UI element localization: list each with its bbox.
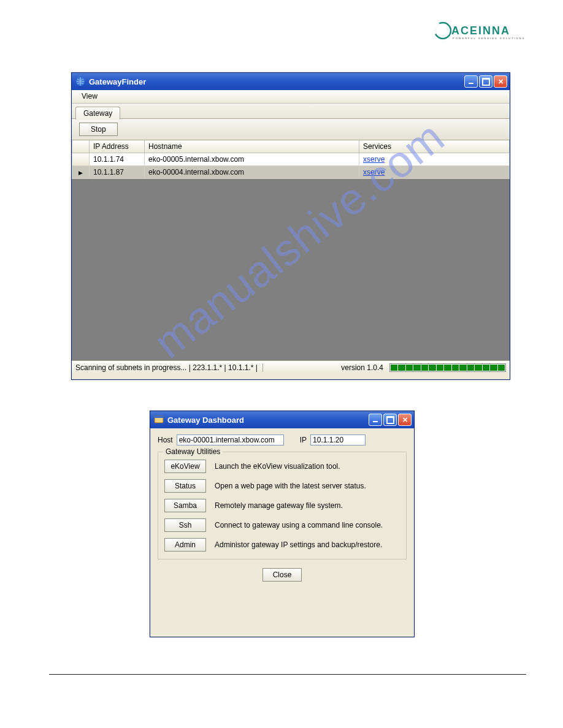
table-row[interactable]: 10.1.1.87 eko-00004.internal.xbow.com xs… [72,166,510,179]
close-button[interactable] [494,75,507,88]
host-label: Host [158,436,173,444]
maximize-button[interactable] [383,414,397,426]
app-icon [154,415,164,425]
maximize-button[interactable] [479,75,492,88]
cell-ip[interactable]: 10.1.1.87 [90,166,145,179]
version-text: version 1.0.4 [341,363,383,372]
close-button[interactable]: Close [262,568,302,582]
cell-hostname[interactable]: eko-00005.internal.xbow.com [145,153,359,166]
menubar: View [72,90,510,104]
row-indicator [72,153,90,166]
close-button[interactable] [398,414,412,426]
svg-rect-6 [155,416,163,418]
stop-button[interactable]: Stop [79,123,118,136]
tab-gateway[interactable]: Gateway [75,107,120,119]
svg-text:POWERFUL SENSING SOLUTIONS: POWERFUL SENSING SOLUTIONS [453,37,525,40]
cell-ip[interactable]: 10.1.1.74 [90,153,145,166]
statusbar: Scanning of subnets in progress... | 223… [72,360,510,374]
fieldset-legend: Gateway Utilities [163,447,223,456]
ip-label: IP [300,436,307,444]
globe-icon [75,77,85,86]
samba-button[interactable]: Samba [164,499,206,512]
service-link[interactable]: xserve [363,168,385,176]
gateway-dashboard-window: Gateway Dashboard Host IP Gateway Utilit… [150,411,415,637]
admin-desc: Administor gateway IP settings and backu… [215,540,382,549]
titlebar[interactable]: Gateway Dashboard [150,411,414,428]
admin-button[interactable]: Admin [164,538,206,552]
ekoview-button[interactable]: eKoView [164,460,206,473]
col-services[interactable]: Services [359,140,510,153]
minimize-button[interactable] [464,75,478,88]
service-link[interactable]: xserve [363,155,385,164]
status-button[interactable]: Status [164,479,206,493]
row-indicator [72,166,90,179]
cell-hostname[interactable]: eko-00004.internal.xbow.com [145,166,359,179]
status-desc: Open a web page with the latest server s… [215,482,366,490]
window-title: Gateway Dashboard [167,415,369,425]
titlebar[interactable]: GatewayFinder [72,73,510,90]
gatewayfinder-window: GatewayFinder View Gateway Stop IP Addre… [71,72,510,380]
table-row[interactable]: 10.1.1.74 eko-00005.internal.xbow.com xs… [72,153,510,166]
ip-field[interactable] [310,434,366,446]
brand-logo: ACEINNA POWERFUL SENSING SOLUTIONS [434,18,526,43]
minimize-button[interactable] [369,414,382,426]
svg-text:ACEINNA: ACEINNA [451,25,510,37]
status-text: Scanning of subnets in progress... | 223… [75,363,263,372]
footer-divider [49,674,526,675]
menu-view[interactable]: View [78,91,101,102]
row-header-col [72,140,90,153]
ekoview-desc: Launch the eKoView visualization tool. [215,462,340,471]
tabstrip: Gateway [72,104,510,119]
toolbar: Stop [72,119,510,140]
window-title: GatewayFinder [89,77,464,86]
progress-bar [389,363,506,372]
samba-desc: Remotely manage gateway file system. [215,501,343,510]
col-ip[interactable]: IP Address [90,140,145,153]
gateway-utilities-group: Gateway Utilities eKoView Launch the eKo… [158,452,407,559]
ssh-desc: Connect to gateway using a command line … [215,521,383,529]
ssh-button[interactable]: Ssh [164,518,206,532]
gateway-grid[interactable]: IP Address Hostname Services 10.1.1.74 e… [72,140,510,360]
host-field[interactable] [177,434,284,446]
col-hostname[interactable]: Hostname [145,140,359,153]
